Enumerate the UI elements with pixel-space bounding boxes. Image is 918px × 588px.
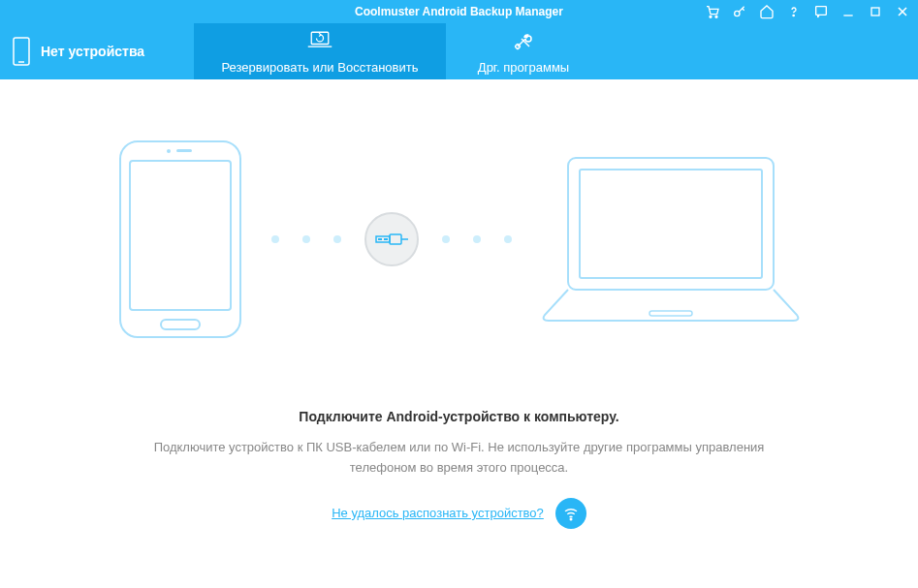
svg-rect-18: [161, 320, 200, 329]
svg-rect-15: [130, 161, 231, 310]
connect-subtext: Подключите устройство к ПК USB-кабелем и…: [0, 438, 918, 479]
titlebar: Coolmuster Android Backup Manager: [0, 0, 918, 23]
backup-restore-icon: [306, 29, 333, 56]
tab-backup-restore-label: Резервировать или Восстановить: [222, 60, 419, 75]
usb-plug-icon: [364, 212, 419, 266]
dot-icon: [302, 235, 310, 243]
svg-rect-22: [390, 234, 401, 244]
device-status: Нет устройства: [0, 23, 194, 79]
svg-point-27: [570, 518, 572, 520]
connection-dots-right: [442, 235, 512, 243]
svg-rect-20: [378, 238, 382, 240]
key-icon[interactable]: [732, 4, 747, 19]
svg-point-2: [735, 11, 740, 15]
connection-dots-left: [271, 235, 341, 243]
svg-point-1: [715, 15, 717, 17]
svg-rect-14: [120, 141, 240, 337]
svg-rect-26: [649, 311, 692, 316]
maximize-icon[interactable]: [868, 4, 883, 19]
tab-other-programs[interactable]: Дрг. программы: [446, 23, 601, 79]
svg-rect-9: [14, 38, 29, 65]
svg-point-16: [167, 149, 171, 153]
dot-icon: [271, 235, 279, 243]
wifi-icon: [562, 505, 580, 522]
minimize-icon[interactable]: [840, 4, 856, 19]
device-status-label: Нет устройства: [41, 44, 144, 59]
tab-backup-restore[interactable]: Резервировать или Восстановить: [194, 23, 446, 79]
connection-illustration: [0, 138, 918, 341]
tools-icon: [510, 29, 537, 56]
svg-point-0: [710, 15, 712, 17]
svg-rect-21: [384, 238, 388, 240]
svg-rect-24: [568, 158, 774, 290]
laptop-illustration-icon: [535, 152, 807, 326]
tab-other-programs-label: Дрг. программы: [478, 60, 569, 75]
phone-outline-icon: [12, 37, 31, 66]
connect-subtext-line1: Подключите устройство к ПК USB-кабелем и…: [0, 438, 918, 458]
content: Подключите Android-устройство к компьюте…: [0, 79, 918, 529]
device-not-recognized-link[interactable]: Не удалось распознать устройство?: [332, 506, 544, 520]
wifi-connect-button[interactable]: [555, 498, 586, 529]
svg-point-3: [793, 15, 794, 15]
svg-rect-4: [816, 7, 827, 15]
cart-icon[interactable]: [705, 4, 720, 19]
close-icon[interactable]: [895, 4, 910, 19]
titlebar-controls: [705, 4, 910, 19]
dot-icon: [442, 235, 450, 243]
dot-icon: [333, 235, 341, 243]
dot-icon: [504, 235, 512, 243]
help-row: Не удалось распознать устройство?: [0, 498, 918, 529]
home-icon[interactable]: [759, 4, 775, 19]
dot-icon: [473, 235, 481, 243]
connect-subtext-line2: телефоном во время этого процесса.: [0, 458, 918, 479]
phone-illustration-icon: [112, 138, 248, 341]
feedback-icon[interactable]: [813, 4, 829, 19]
connect-heading: Подключите Android-устройство к компьюте…: [0, 409, 918, 424]
svg-rect-17: [176, 149, 192, 152]
svg-rect-25: [580, 170, 762, 278]
toolbar: Нет устройства Резервировать или Восстан…: [0, 23, 918, 79]
help-icon[interactable]: [786, 4, 802, 19]
svg-rect-6: [871, 8, 879, 15]
